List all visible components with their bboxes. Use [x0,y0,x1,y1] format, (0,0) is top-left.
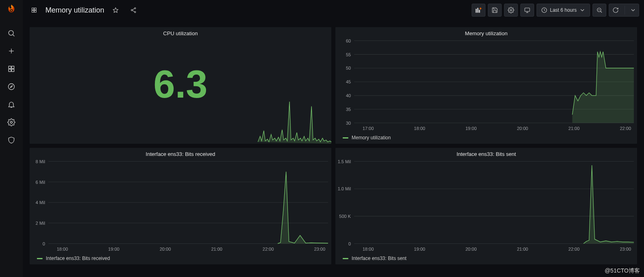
svg-text:18:00: 18:00 [57,246,68,251]
svg-point-12 [11,121,13,124]
panel-bits-sent[interactable]: Interface ens33: Bits sent 0500 K1.0 Mil… [335,147,638,265]
dashboard-grid-icon[interactable] [28,4,41,17]
svg-text:30: 30 [346,120,351,125]
left-sidebar [0,0,23,277]
svg-point-19 [131,9,132,11]
svg-text:0: 0 [348,241,351,246]
svg-text:21:00: 21:00 [569,126,580,130]
svg-rect-13 [32,8,34,10]
memory-legend: Memory utilization [335,132,637,144]
cpu-value: 6.3 [153,65,207,104]
alert-icon[interactable] [3,96,19,113]
svg-text:60: 60 [346,38,351,43]
top-toolbar: Memory utilization Last 6 hours [23,0,644,20]
toolbar-right: Last 6 hours [472,4,639,17]
panel-memory-utilization[interactable]: Memory utilization 3035404550556017:0018… [335,27,638,144]
plus-icon[interactable] [3,43,19,59]
svg-rect-15 [32,11,34,13]
svg-text:20:00: 20:00 [160,246,171,251]
svg-text:1.0 Mil: 1.0 Mil [338,186,351,191]
shield-icon[interactable] [3,132,19,148]
svg-rect-14 [34,8,36,10]
watermark: @51CTO博客 [605,267,640,275]
bits-rx-chart: 02 Mil4 Mil6 Mil8 Mil18:0019:0020:0021:0… [30,158,331,253]
svg-text:500 K: 500 K [339,214,351,219]
svg-rect-8 [9,69,11,72]
svg-text:20:00: 20:00 [517,126,528,130]
svg-text:35: 35 [346,107,351,112]
panel-title: CPU utilization [30,27,331,37]
svg-rect-25 [479,10,480,13]
bits-tx-legend: Interface ens33: Bits sent [335,253,637,264]
bits-tx-chart: 0500 K1.0 Mil1.5 Mil18:0019:0020:0021:00… [335,158,637,253]
panel-title: Memory utilization [335,27,637,37]
svg-marker-17 [113,8,118,13]
refresh-interval-dropdown[interactable] [627,7,639,13]
time-range-label: Last 6 hours [550,7,577,13]
grafana-logo[interactable] [5,3,18,16]
chevron-down-icon [630,7,636,13]
svg-text:23:00: 23:00 [620,246,631,251]
svg-line-22 [133,11,135,12]
add-panel-button[interactable] [472,4,485,17]
legend-label: Interface ens33: Bits received [46,256,110,261]
svg-text:50: 50 [346,66,351,70]
svg-marker-11 [11,86,13,88]
dashboards-icon[interactable] [3,61,19,77]
search-icon[interactable] [3,25,19,41]
bits-rx-legend: Interface ens33: Bits received [30,253,331,264]
svg-text:8 Mil: 8 Mil [36,159,45,164]
svg-text:55: 55 [346,52,351,57]
page-title[interactable]: Memory utilization [45,6,104,15]
panel-cpu-utilization[interactable]: CPU utilization 6.3 [29,27,332,144]
dashboard-grid: CPU utilization 6.3 Memory utilization 3… [23,23,644,277]
svg-line-3 [13,35,15,36]
svg-text:2 Mil: 2 Mil [36,221,45,226]
dashboard-settings-button[interactable] [504,4,518,17]
svg-line-34 [601,11,602,13]
svg-point-1 [11,10,12,11]
svg-text:17:00: 17:00 [363,126,374,130]
svg-text:23:00: 23:00 [314,246,325,251]
svg-text:1.5 Mil: 1.5 Mil [338,159,351,164]
panel-bits-received[interactable]: Interface ens33: Bits received 02 Mil4 M… [29,147,332,265]
svg-rect-9 [12,69,14,72]
svg-text:22:00: 22:00 [263,246,274,251]
legend-label: Memory utilization [352,135,391,141]
panel-title: Interface ens33: Bits received [30,148,331,158]
chevron-down-icon [579,7,586,13]
settings-icon[interactable] [3,114,19,130]
panel-title: Interface ens33: Bits sent [335,148,637,158]
explore-icon[interactable] [3,79,19,95]
svg-text:21:00: 21:00 [517,246,528,251]
svg-point-2 [9,30,13,35]
time-range-picker[interactable]: Last 6 hours [537,4,590,17]
svg-rect-16 [34,11,36,13]
refresh-button-group[interactable] [609,4,639,17]
breadcrumb: Memory utilization [28,4,140,17]
zoom-out-button[interactable] [592,4,606,17]
svg-line-21 [133,9,135,10]
svg-text:21:00: 21:00 [211,246,223,251]
star-icon[interactable] [109,4,122,17]
svg-point-20 [134,11,135,13]
svg-text:19:00: 19:00 [108,246,120,251]
svg-point-28 [510,9,512,11]
svg-text:20:00: 20:00 [466,246,477,251]
svg-rect-29 [525,8,530,12]
cpu-sparkline [30,99,331,144]
svg-text:22:00: 22:00 [620,126,631,130]
svg-text:45: 45 [346,79,351,84]
svg-point-10 [9,84,15,90]
legend-swatch [343,258,348,259]
share-icon[interactable] [127,4,140,17]
save-button[interactable] [488,4,502,17]
svg-rect-7 [12,66,14,68]
svg-text:19:00: 19:00 [414,246,425,251]
memory-chart: 3035404550556017:0018:0019:0020:0021:002… [335,37,637,132]
svg-text:18:00: 18:00 [363,246,374,251]
refresh-button[interactable] [609,7,622,13]
svg-text:18:00: 18:00 [414,126,425,130]
tv-mode-button[interactable] [520,4,534,17]
svg-rect-23 [476,9,477,13]
